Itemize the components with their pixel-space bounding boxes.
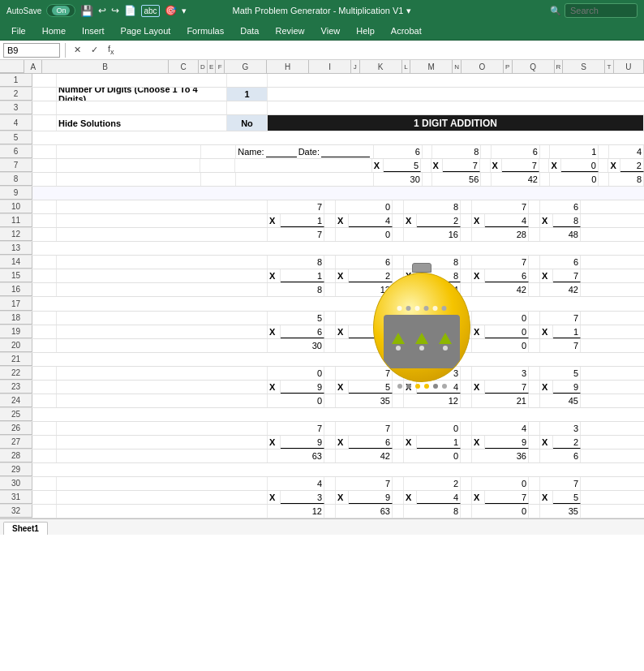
p1r4-n1[interactable]: 5 [268,312,324,325]
cell-18-B[interactable] [57,312,268,325]
col-header-H[interactable]: H [267,60,309,73]
cell-32-B[interactable] [57,505,268,518]
col-header-N[interactable]: N [453,60,462,73]
cell-8-C[interactable] [201,173,236,186]
col-header-K[interactable]: K [360,60,402,73]
p3r1-n2[interactable]: 7 [502,159,539,172]
cell-18-A[interactable] [32,312,57,325]
cell-30-B[interactable] [57,477,268,490]
cell-16-B[interactable] [57,283,268,296]
p4r5-n1[interactable]: 3 [472,367,529,380]
menu-formulas[interactable]: Formulas [178,24,232,38]
cell-2-B[interactable]: Number Of Digits (Choose 1 To 4 Digits) [57,88,227,101]
col-header-P[interactable]: P [504,60,513,73]
p2r1-n1[interactable]: 8 [432,145,481,158]
cell-3-A[interactable] [32,101,57,114]
col-header-F[interactable]: F [216,60,225,73]
p5r6-n2[interactable]: 2 [553,436,581,449]
p2r7-n1[interactable]: 7 [336,477,393,490]
cell-30-A[interactable] [32,477,57,490]
p2r5-n2[interactable]: 5 [349,381,393,394]
cell-31-B[interactable] [57,491,268,504]
p5r6-n1[interactable]: 3 [540,422,581,435]
p3r2-n1[interactable]: 8 [404,200,461,213]
p3r4-ans[interactable]: 15 [404,339,461,352]
p4r6-ans[interactable]: 36 [472,449,529,462]
col-header-D[interactable]: D [199,60,208,73]
menu-review[interactable]: Review [267,24,312,38]
p4r7-ans[interactable]: 0 [472,505,529,518]
p2r6-n2[interactable]: 6 [349,436,393,449]
p3r6-n1[interactable]: 0 [404,422,461,435]
cell-2-C[interactable]: 1 [227,88,268,101]
menu-view[interactable]: View [313,24,349,38]
p2r2-ans[interactable]: 0 [336,228,393,241]
cell-4-C[interactable]: No [227,115,268,131]
p5r7-n1[interactable]: 7 [540,477,581,490]
p3r5-n2[interactable]: 4 [417,381,461,394]
p3r1-n1[interactable]: 6 [492,145,540,158]
cell-22-A[interactable] [32,367,57,380]
p3r7-n1[interactable]: 2 [404,477,461,490]
p2r5-n1[interactable]: 7 [336,367,393,380]
p5r4-n2[interactable]: 1 [553,325,581,338]
cell-3-C[interactable] [227,101,268,114]
p1r5-ans[interactable]: 0 [268,394,324,407]
name-box[interactable] [3,43,60,58]
p1r6-n1[interactable]: 7 [268,422,324,435]
cell-7-A[interactable] [32,159,57,172]
p1r7-n1[interactable]: 4 [268,477,324,490]
p4r6-n2[interactable]: 9 [485,436,529,449]
p1r2-n1[interactable]: 7 [268,200,324,213]
cell-2-A[interactable] [32,88,57,101]
col-header-O[interactable]: O [462,60,504,73]
p5r4-ans[interactable]: 7 [540,339,581,352]
sheet-tab-1[interactable]: Sheet1 [3,522,48,535]
cell-23-B[interactable] [57,381,268,394]
cell-11-B[interactable] [57,214,268,227]
col-header-Q[interactable]: Q [513,60,555,73]
p4r2-n2[interactable]: 4 [485,214,529,227]
confirm-formula-btn[interactable]: ✓ [88,45,101,55]
col-header-A[interactable]: A [24,60,42,73]
p4r7-n1[interactable]: 0 [472,477,529,490]
p5r7-ans[interactable]: 35 [540,505,581,518]
p1r1-n2[interactable]: 5 [384,159,421,172]
cell-4-A[interactable] [32,115,57,131]
cell-3-B[interactable] [57,101,227,114]
cancel-formula-btn[interactable]: ✕ [71,45,84,55]
insert-function-btn[interactable]: fx [105,44,118,56]
p1r7-ans[interactable]: 12 [268,505,324,518]
p3r3-n1[interactable]: 8 [404,256,461,269]
cell-15-A[interactable] [32,269,57,282]
p1r6-n2[interactable]: 9 [281,436,324,449]
col-header-I[interactable]: I [309,60,351,73]
p1r7-n2[interactable]: 3 [281,491,324,504]
p4r2-n1[interactable]: 7 [472,200,529,213]
p3r7-ans[interactable]: 8 [404,505,461,518]
p2r4-n2[interactable]: 0 [349,325,393,338]
cell-28-B[interactable] [57,449,268,462]
redo-icon[interactable]: ↪ [111,5,119,16]
p3r2-n2[interactable]: 2 [417,214,461,227]
p3r4-n1[interactable]: 5 [404,312,461,325]
p5r4-n1[interactable]: 7 [540,312,581,325]
p1r5-n2[interactable]: 9 [281,381,324,394]
cell-8-B[interactable] [57,173,201,186]
p1r3-n1[interactable]: 8 [268,256,324,269]
p2r6-ans[interactable]: 42 [336,449,393,462]
p2r5-ans[interactable]: 35 [336,394,393,407]
p4r3-n1[interactable]: 7 [472,256,529,269]
p3r3-n2[interactable]: 8 [417,269,461,282]
p1r5-n1[interactable]: 0 [268,367,324,380]
cell-20-A[interactable] [32,339,57,352]
cell-7-B[interactable] [57,159,200,172]
p5r3-ans[interactable]: 42 [540,283,581,296]
p1r2-n2[interactable]: 1 [281,214,324,227]
cell-14-B[interactable] [57,256,268,269]
p1r4-n2[interactable]: 6 [281,325,324,338]
p4r4-n1[interactable]: 0 [472,312,529,325]
cell-11-A[interactable] [32,214,57,227]
p4r6-n1[interactable]: 4 [472,422,529,435]
search-input[interactable] [565,3,638,18]
